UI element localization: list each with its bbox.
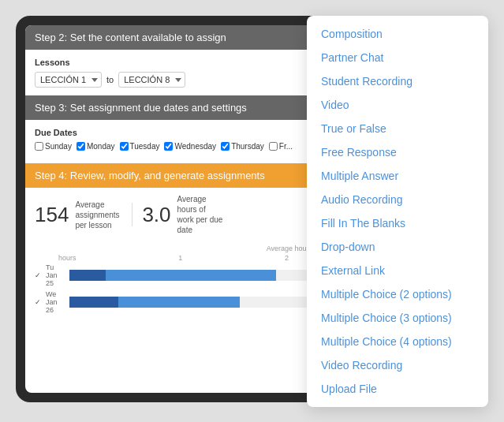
day-monday[interactable]: Monday [77,142,115,151]
dropdown-item-2[interactable]: Student Recording [307,69,488,93]
wednesday-label: Wednesday [174,142,216,151]
stats-row: 154 Average assignments per lesson 3.0 A… [25,188,322,241]
check-icon-1: ✓ [35,271,41,279]
day-tuesday[interactable]: Tuesday [120,142,160,151]
dropdown-item-5[interactable]: Free Response [307,140,488,164]
stat2-label: Average hours of work per due date [177,194,225,235]
friday-label: Fr... [279,142,293,151]
axis-2: 2 [285,254,289,262]
friday-checkbox[interactable] [269,142,278,151]
day-wednesday[interactable]: Wednesday [164,142,216,151]
lesson-to-select[interactable]: LECCIÓN 8 [118,72,185,88]
dropdown-item-8[interactable]: Fill In The Blanks [307,211,488,235]
day-friday[interactable]: Fr... [269,142,293,151]
tuesday-checkbox[interactable] [120,142,129,151]
dropdown-item-14[interactable]: Video Recording [307,353,488,377]
thursday-label: Thursday [231,142,264,151]
lessons-label: Lessons [35,58,312,67]
dropdown-item-15[interactable]: Upload File [307,377,488,401]
stat-divider [132,203,133,226]
dropdown-item-0[interactable]: Composition [307,22,488,46]
chart-area: Average hours hours 1 2 ✓ Tu Jan 25 ✓ We [25,241,322,320]
monday-checkbox[interactable] [77,142,85,151]
table-row: ✓ Tu Jan 25 [35,263,312,287]
stat1-label: Average assignments per lesson [75,200,122,230]
axis-1: 1 [178,254,182,262]
dropdown-item-9[interactable]: Drop-down [307,235,488,259]
chart-rows: ✓ Tu Jan 25 ✓ We Jan 26 [35,263,312,314]
due-dates-label: Due Dates [35,128,312,137]
row2-label: We Jan 26 [46,290,65,314]
dropdown-menu: CompositionPartner ChatStudent Recording… [307,16,488,407]
dropdown-item-4[interactable]: True or False [307,117,488,140]
bar-dark-1 [69,270,106,281]
axis-hours: hours [58,254,77,262]
stat1-number: 154 [35,203,69,227]
day-thursday[interactable]: Thursday [221,142,264,151]
bar-dark-2 [69,297,118,308]
wednesday-checkbox[interactable] [164,142,173,151]
dropdown-item-12[interactable]: Multiple Choice (3 options) [307,306,488,330]
tablet-screen: Step 2: Set the content available to ass… [25,25,322,393]
bar-container-1 [69,270,312,281]
dropdown-item-11[interactable]: Multiple Choice (2 options) [307,282,488,306]
step3-header: Step 3: Set assignment due dates and set… [25,95,322,120]
table-row: ✓ We Jan 26 [35,290,312,314]
row1-label: Tu Jan 25 [46,263,65,287]
step4-header: Step 4: Review, modify, and generate ass… [25,163,322,188]
due-dates-row: Sunday Monday Tuesday Wednesday Thursday [35,142,312,151]
step2-header: Step 2: Set the content available to ass… [25,25,322,50]
sunday-checkbox[interactable] [35,142,43,151]
check-icon-2: ✓ [35,298,41,306]
chart-label: Average hours [35,245,312,252]
thursday-checkbox[interactable] [221,142,230,151]
lesson-from-select[interactable]: LECCIÓN 1 [35,72,102,88]
dropdown-item-13[interactable]: Multiple Choice (4 options) [307,330,488,353]
dropdown-item-3[interactable]: Video [307,93,488,117]
bar-container-2 [69,297,312,308]
tablet-device: Step 2: Set the content available to ass… [16,16,331,402]
axis-labels: hours 1 2 [35,254,312,263]
dropdown-item-10[interactable]: External Link [307,259,488,282]
stat2-number: 3.0 [142,203,170,227]
monday-label: Monday [87,142,115,151]
dropdown-item-1[interactable]: Partner Chat [307,46,488,69]
sunday-label: Sunday [45,142,72,151]
dropdown-item-7[interactable]: Audio Recording [307,188,488,211]
tuesday-label: Tuesday [130,142,160,151]
to-label: to [106,75,114,84]
day-sunday[interactable]: Sunday [35,142,72,151]
dropdown-item-6[interactable]: Multiple Answer [307,164,488,188]
